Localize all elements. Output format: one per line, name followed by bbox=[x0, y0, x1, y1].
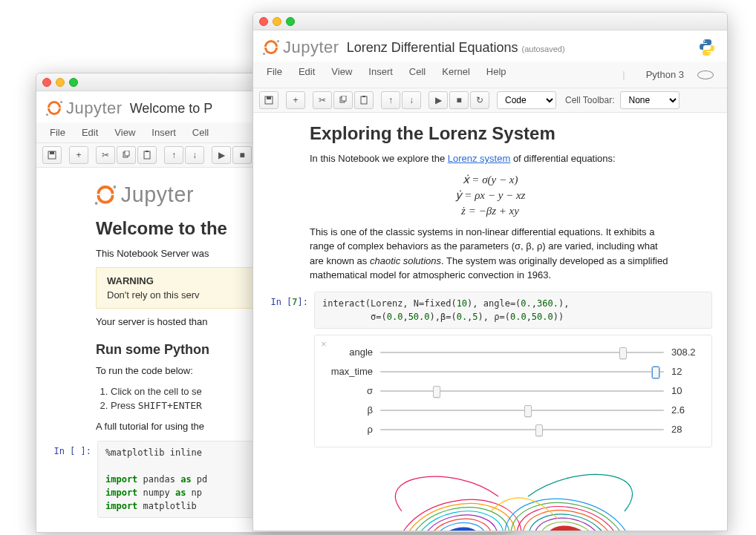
code-cell[interactable]: In [7]: interact(Lorenz, N=fixed(10), an… bbox=[268, 292, 712, 329]
cut-button[interactable]: ✂ bbox=[96, 146, 115, 164]
front-toolbar: + ✂ ↑ ↓ ▶ ■ ↻ Code Cell Toolbar: None bbox=[253, 88, 727, 113]
front-header: Jupyter Lorenz Differential Equations (a… bbox=[253, 30, 727, 62]
menu-file[interactable]: File bbox=[42, 124, 73, 141]
jupyter-icon bbox=[264, 40, 278, 55]
slider-thumb[interactable] bbox=[524, 405, 532, 417]
restart-button[interactable]: ↻ bbox=[470, 91, 489, 109]
code-input[interactable]: interact(Lorenz, N=fixed(10), angle=(0.,… bbox=[314, 292, 712, 329]
front-window: Jupyter Lorenz Differential Equations (a… bbox=[252, 12, 728, 531]
in-prompt: In [7]: bbox=[268, 292, 314, 329]
slider-label: max_time bbox=[327, 366, 380, 377]
jupyter-logo[interactable]: Jupyter bbox=[47, 99, 123, 118]
slider-track[interactable] bbox=[380, 350, 664, 355]
slider-angle[interactable]: angle308.2 bbox=[327, 343, 700, 362]
celltoolbar-select[interactable]: None bbox=[620, 91, 680, 109]
slider-value: 308.2 bbox=[664, 347, 700, 358]
run-button[interactable]: ▶ bbox=[212, 146, 231, 164]
menu-insert[interactable]: Insert bbox=[144, 124, 183, 141]
celltype-select[interactable]: Code bbox=[497, 91, 556, 109]
equations-block: ẋ = σ(y − x) ẏ = ρx − y − xz ż = −βz + x… bbox=[310, 172, 671, 219]
svg-point-7 bbox=[709, 53, 711, 55]
slider-rho[interactable]: ρ28 bbox=[327, 420, 700, 439]
slider-label: β bbox=[327, 404, 380, 416]
slider-value: 28 bbox=[664, 424, 700, 435]
svg-point-14 bbox=[391, 488, 529, 531]
svg-rect-1 bbox=[50, 151, 54, 154]
menu-help[interactable]: Help bbox=[479, 63, 514, 86]
minimize-button[interactable] bbox=[56, 78, 65, 87]
run-button[interactable]: ▶ bbox=[428, 91, 448, 109]
svg-rect-13 bbox=[362, 96, 365, 97]
slider-label: ρ bbox=[327, 424, 380, 435]
slider-value: 2.6 bbox=[664, 404, 700, 416]
menu-cell[interactable]: Cell bbox=[402, 63, 433, 86]
slider-track[interactable] bbox=[380, 389, 664, 393]
slider-thumb[interactable] bbox=[619, 347, 627, 359]
front-body: Exploring the Lorenz System In this Note… bbox=[253, 113, 727, 531]
copy-button[interactable] bbox=[333, 91, 353, 109]
svg-rect-11 bbox=[342, 96, 346, 101]
menu-insert[interactable]: Insert bbox=[361, 63, 400, 86]
svg-rect-12 bbox=[361, 96, 367, 104]
front-titlebar bbox=[253, 13, 727, 30]
interrupt-button[interactable]: ■ bbox=[449, 91, 469, 109]
svg-rect-4 bbox=[144, 151, 150, 159]
notebook-title[interactable]: Lorenz Differential Equations (autosaved… bbox=[347, 40, 565, 56]
move-down-button[interactable]: ↓ bbox=[185, 146, 204, 164]
menu-kernel[interactable]: Kernel bbox=[434, 63, 478, 86]
lorenz-system-link[interactable]: Lorenz system bbox=[448, 153, 511, 164]
close-button[interactable] bbox=[42, 78, 51, 87]
svg-rect-9 bbox=[267, 96, 271, 99]
menu-view[interactable]: View bbox=[324, 63, 359, 86]
jupyter-icon bbox=[96, 186, 115, 205]
menu-view[interactable]: View bbox=[107, 124, 143, 141]
zoom-button[interactable] bbox=[69, 78, 78, 87]
svg-point-6 bbox=[704, 41, 706, 42]
close-button[interactable] bbox=[259, 17, 268, 26]
copy-button[interactable] bbox=[117, 146, 136, 164]
menu-cell[interactable]: Cell bbox=[185, 124, 216, 141]
slider-beta[interactable]: β2.6 bbox=[327, 401, 700, 420]
front-menubar: File Edit View Insert Cell Kernel Help |… bbox=[253, 62, 727, 88]
move-down-button[interactable]: ↓ bbox=[402, 91, 421, 109]
jupyter-icon bbox=[47, 101, 62, 116]
kernel-indicator[interactable]: |Python 3 bbox=[607, 63, 721, 86]
celltoolbar-label: Cell Toolbar: bbox=[558, 95, 619, 105]
slider-max_time[interactable]: max_time12 bbox=[327, 362, 700, 381]
doc-heading: Exploring the Lorenz System bbox=[310, 123, 671, 144]
slider-track[interactable] bbox=[380, 427, 664, 432]
menu-file[interactable]: File bbox=[259, 63, 290, 86]
menu-edit[interactable]: Edit bbox=[74, 124, 105, 141]
minimize-button[interactable] bbox=[273, 17, 281, 26]
move-up-button[interactable]: ↑ bbox=[164, 146, 183, 164]
cut-button[interactable]: ✂ bbox=[313, 91, 332, 109]
save-button[interactable] bbox=[42, 146, 62, 164]
paste-button[interactable] bbox=[137, 146, 157, 164]
notebook-title[interactable]: Welcome to P bbox=[130, 101, 213, 116]
move-up-button[interactable]: ↑ bbox=[381, 91, 400, 109]
slider-label: angle bbox=[327, 347, 380, 358]
svg-rect-3 bbox=[125, 151, 129, 156]
paste-button[interactable] bbox=[354, 91, 374, 109]
slider-thumb[interactable] bbox=[433, 386, 440, 398]
slider-track[interactable] bbox=[380, 370, 664, 374]
slider-value: 12 bbox=[664, 366, 700, 377]
jupyter-logo[interactable]: Jupyter bbox=[264, 38, 339, 57]
slider-thumb[interactable] bbox=[652, 367, 659, 378]
save-button[interactable] bbox=[259, 91, 278, 109]
in-prompt: In [ ]: bbox=[51, 441, 97, 518]
interrupt-button[interactable]: ■ bbox=[232, 146, 252, 164]
add-cell-button[interactable]: + bbox=[286, 91, 305, 109]
slider-label: σ bbox=[327, 385, 380, 396]
add-cell-button[interactable]: + bbox=[69, 146, 88, 164]
slider-sigma[interactable]: σ10 bbox=[327, 381, 700, 401]
widget-close-button[interactable]: × bbox=[321, 338, 327, 349]
zoom-button[interactable] bbox=[286, 17, 295, 26]
svg-rect-5 bbox=[146, 151, 149, 152]
description-paragraph: This is one of the classic systems in no… bbox=[310, 225, 671, 283]
slider-thumb[interactable] bbox=[535, 424, 543, 436]
svg-point-15 bbox=[397, 493, 522, 531]
lorenz-plot bbox=[314, 459, 712, 532]
slider-track[interactable] bbox=[380, 408, 664, 413]
menu-edit[interactable]: Edit bbox=[291, 63, 322, 86]
